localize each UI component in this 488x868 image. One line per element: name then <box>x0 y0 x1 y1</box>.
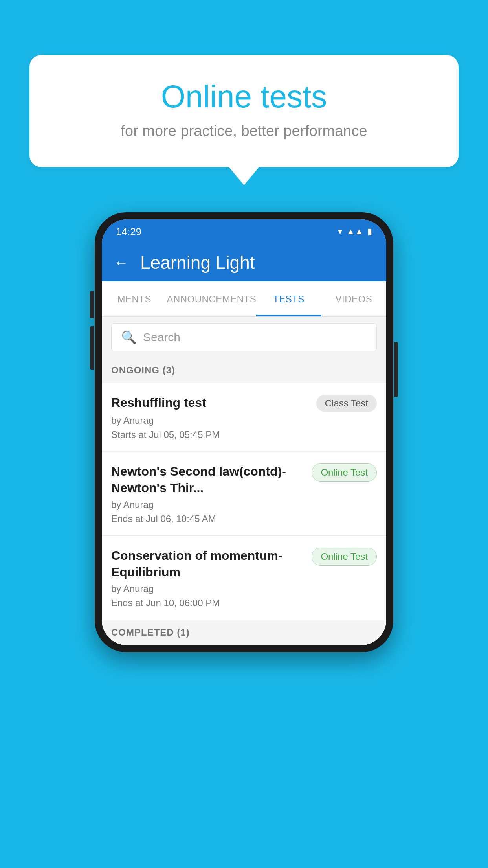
signal-icon: ▲▲ <box>346 226 363 237</box>
test-badge-3: Online Test <box>312 548 377 566</box>
status-icons: ▾ ▲▲ ▮ <box>338 226 372 237</box>
speech-bubble: Online tests for more practice, better p… <box>29 55 459 167</box>
test-meta-2: by Anurag <box>111 499 377 510</box>
status-bar: 14:29 ▾ ▲▲ ▮ <box>102 219 386 244</box>
tab-announcements[interactable]: ANNOUNCEMENTS <box>167 281 256 316</box>
side-button-power <box>394 342 398 397</box>
test-title-1: Reshuffling test <box>111 395 312 411</box>
tab-tests[interactable]: TESTS <box>256 281 321 316</box>
status-time: 14:29 <box>116 226 141 238</box>
test-date-2: Ends at Jul 06, 10:45 AM <box>111 513 377 524</box>
completed-section-header: COMPLETED (1) <box>102 620 386 645</box>
speech-bubble-container: Online tests for more practice, better p… <box>29 55 459 167</box>
test-badge-2: Online Test <box>312 463 377 482</box>
test-item-3-header: Conservation of momentum-Equilibrium Onl… <box>111 548 377 580</box>
test-title-3: Conservation of momentum-Equilibrium <box>111 548 307 580</box>
test-date-3: Ends at Jun 10, 06:00 PM <box>111 598 377 609</box>
test-meta-1: by Anurag <box>111 415 377 426</box>
tab-ments[interactable]: MENTS <box>102 281 167 316</box>
side-button-volume-down <box>90 326 94 370</box>
app-title: Learning Light <box>140 252 255 273</box>
test-meta-3: by Anurag <box>111 583 377 594</box>
test-item-1-header: Reshuffling test Class Test <box>111 395 377 412</box>
ongoing-section-header: ONGOING (3) <box>102 358 386 383</box>
test-badge-1: Class Test <box>316 395 377 412</box>
test-item-2-header: Newton's Second law(contd)-Newton's Thir… <box>111 463 377 496</box>
back-button[interactable]: ← <box>114 254 128 271</box>
test-item-1[interactable]: Reshuffling test Class Test by Anurag St… <box>102 383 386 452</box>
app-bar: ← Learning Light <box>102 244 386 281</box>
test-item-3[interactable]: Conservation of momentum-Equilibrium Onl… <box>102 536 386 620</box>
tab-videos[interactable]: VIDEOS <box>321 281 386 316</box>
side-button-volume-up <box>90 291 94 318</box>
search-placeholder: Search <box>143 331 180 344</box>
phone-outer: 14:29 ▾ ▲▲ ▮ ← Learning Light MENTS ANNO… <box>95 212 393 652</box>
tabs-bar: MENTS ANNOUNCEMENTS TESTS VIDEOS <box>102 281 386 317</box>
phone-container: 14:29 ▾ ▲▲ ▮ ← Learning Light MENTS ANNO… <box>95 212 393 652</box>
battery-icon: ▮ <box>367 226 372 237</box>
phone-screen: 14:29 ▾ ▲▲ ▮ ← Learning Light MENTS ANNO… <box>102 219 386 645</box>
test-title-2: Newton's Second law(contd)-Newton's Thir… <box>111 463 307 496</box>
bubble-subtitle: for more practice, better performance <box>61 123 427 140</box>
search-box[interactable]: 🔍 Search <box>111 323 377 351</box>
test-date-1: Starts at Jul 05, 05:45 PM <box>111 429 377 440</box>
bubble-title: Online tests <box>61 79 427 115</box>
wifi-icon: ▾ <box>338 226 342 237</box>
test-item-2[interactable]: Newton's Second law(contd)-Newton's Thir… <box>102 452 386 536</box>
search-icon: 🔍 <box>121 330 137 345</box>
search-container: 🔍 Search <box>102 317 386 358</box>
